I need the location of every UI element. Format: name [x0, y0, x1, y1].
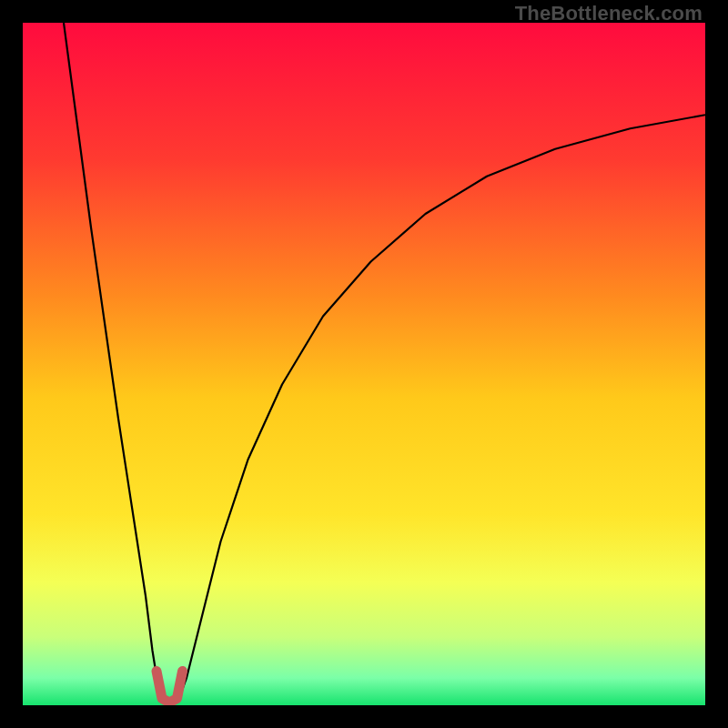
bottleneck-chart — [23, 23, 705, 705]
chart-background — [23, 23, 705, 705]
chart-frame — [23, 23, 705, 705]
